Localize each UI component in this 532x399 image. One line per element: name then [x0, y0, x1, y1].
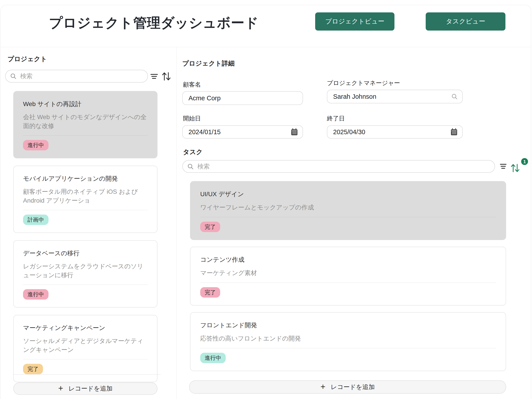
- sort-icon[interactable]: [161, 71, 171, 82]
- task-card-description: ワイヤーフレームとモックアップの作成: [200, 203, 496, 212]
- add-record-label: レコードを追加: [69, 384, 113, 393]
- project-card-title: データベースの移行: [23, 249, 148, 258]
- task-card[interactable]: コンテンツ作成 マーケティング素材 完了: [190, 247, 506, 305]
- project-card[interactable]: データベースの移行 レガシーシステムをクラウドベースのソリューションに移行 進行…: [13, 240, 158, 308]
- app-window: プロジェクト管理ダッシュボード プロジェクトビュー タスクビュー プロジェクト …: [0, 5, 531, 399]
- start-date-label: 開始日: [183, 114, 201, 122]
- card-divider: [200, 348, 496, 348]
- project-card-title: Web サイトの再設計: [23, 100, 148, 108]
- status-badge: 進行中: [23, 140, 49, 150]
- tasks-section-title: タスク: [183, 148, 203, 157]
- card-divider: [23, 359, 148, 359]
- search-icon: [187, 163, 194, 170]
- project-manager-fieldbox: [327, 90, 463, 103]
- project-view-button[interactable]: プロジェクトビュー: [315, 13, 394, 31]
- tasks-search: [182, 160, 495, 173]
- card-divider: [23, 285, 148, 285]
- project-card-title: モバイルアプリケーションの開発: [23, 174, 148, 183]
- start-date-fieldbox: [182, 125, 303, 139]
- task-view-button[interactable]: タスクビュー: [426, 13, 505, 31]
- filter-icon[interactable]: [150, 74, 158, 80]
- details-panel-title: プロジェクト詳細: [182, 59, 234, 68]
- task-card-title: コンテンツ作成: [200, 255, 496, 264]
- end-date-fieldbox: [327, 125, 463, 139]
- header: プロジェクト管理ダッシュボード プロジェクトビュー タスクビュー: [1, 5, 531, 47]
- card-divider: [200, 283, 496, 283]
- projects-panel: プロジェクト Web サイトの再設計 会社 Web サイトのモダンなデザインへの…: [1, 47, 177, 399]
- project-card[interactable]: マーケティングキャンペーン ソーシャルメディアとデジタルマーケティングキャンペー…: [13, 315, 158, 382]
- add-project-record-button[interactable]: + レコードを追加: [13, 382, 158, 395]
- tasks-list-viewport: UI/UX デザイン ワイヤーフレームとモックアップの作成 完了 コンテンツ作成…: [177, 181, 531, 375]
- project-card-description: レガシーシステムをクラウドベースのソリューションに移行: [23, 262, 148, 280]
- calendar-icon[interactable]: [291, 128, 298, 136]
- client-name-input[interactable]: [183, 95, 303, 102]
- end-date-input[interactable]: [327, 128, 450, 136]
- project-manager-input[interactable]: [327, 93, 451, 100]
- status-badge: 計画中: [23, 215, 49, 225]
- panel-footer-divider: [13, 374, 161, 375]
- task-card[interactable]: フロントエンド開発 応答性の高いフロントエンドの開発 進行中: [190, 312, 506, 371]
- status-badge: 完了: [23, 364, 43, 374]
- add-record-label: レコードを追加: [331, 383, 375, 391]
- card-divider: [200, 217, 496, 217]
- task-card-title: フロントエンド開発: [200, 321, 496, 329]
- projects-search-input[interactable]: [20, 72, 147, 80]
- project-card-description: ソーシャルメディアとデジタルマーケティングキャンペーン: [23, 336, 148, 354]
- task-card-title: UI/UX デザイン: [200, 190, 496, 198]
- task-card[interactable]: UI/UX デザイン ワイヤーフレームとモックアップの作成 完了: [190, 181, 506, 240]
- status-badge: 進行中: [200, 353, 226, 363]
- project-manager-label: プロジェクトマネージャー: [327, 79, 400, 87]
- card-divider: [23, 210, 148, 210]
- tasks-sort-icon[interactable]: 1: [509, 161, 528, 174]
- tasks-list: UI/UX デザイン ワイヤーフレームとモックアップの作成 完了 コンテンツ作成…: [190, 181, 506, 375]
- status-badge: 進行中: [23, 289, 49, 300]
- projects-panel-title: プロジェクト: [7, 55, 47, 63]
- search-icon: [10, 73, 17, 80]
- project-card-description: 顧客ポータル用のネイティブ iOS および Android アプリケーショ: [23, 187, 148, 205]
- start-date-input[interactable]: [183, 128, 291, 136]
- plus-icon: +: [321, 382, 325, 391]
- projects-search: [5, 70, 148, 82]
- search-icon: [451, 93, 458, 100]
- project-card-description: 会社 Web サイトのモダンなデザインへの全面的な改修: [23, 113, 148, 130]
- project-card-title: マーケティングキャンペーン: [23, 324, 148, 332]
- plus-icon: +: [58, 384, 63, 392]
- calendar-icon[interactable]: [450, 128, 458, 136]
- projects-list: Web サイトの再設計 会社 Web サイトのモダンなデザインへの全面的な改修 …: [13, 91, 158, 389]
- details-panel: プロジェクト詳細 顧客名 プロジェクトマネージャー 開始日 終了日 タスク: [177, 47, 531, 399]
- task-card-description: マーケティング素材: [200, 269, 496, 277]
- tasks-search-input[interactable]: [197, 163, 494, 170]
- project-card[interactable]: Web サイトの再設計 会社 Web サイトのモダンなデザインへの全面的な改修 …: [13, 91, 158, 158]
- page-title: プロジェクト管理ダッシュボード: [49, 14, 259, 32]
- task-card-description: 応答性の高いフロントエンドの開発: [200, 334, 496, 343]
- sort-count-badge: 1: [521, 158, 528, 165]
- client-name-fieldbox: [182, 91, 303, 105]
- tasks-filter-icon[interactable]: [499, 163, 507, 170]
- project-card[interactable]: モバイルアプリケーションの開発 顧客ポータル用のネイティブ iOS および An…: [13, 166, 158, 233]
- client-name-label: 顧客名: [183, 81, 201, 89]
- end-date-label: 終了日: [327, 114, 345, 122]
- add-task-record-button[interactable]: + レコードを追加: [189, 380, 506, 394]
- status-badge: 完了: [200, 287, 220, 298]
- status-badge: 完了: [200, 222, 220, 232]
